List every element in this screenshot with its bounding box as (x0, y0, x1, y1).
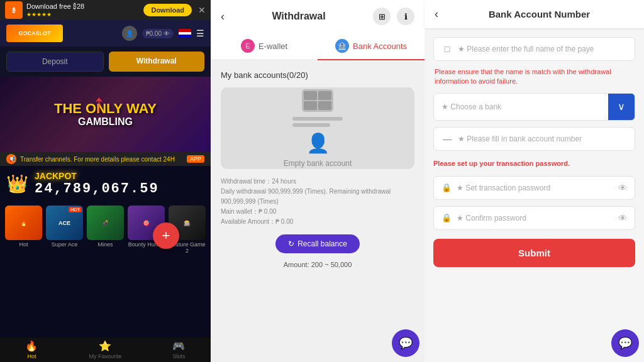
nav-hot[interactable]: 🔥 Hot (25, 340, 38, 359)
empty-bank-card: 👤 Empty bank account (221, 87, 414, 169)
card-line-1 (292, 117, 343, 121)
recall-balance-button[interactable]: ↻ Recall balance (275, 234, 360, 253)
set-password-field[interactable]: 🔒 ★ Set transaction password 👁 (433, 176, 635, 200)
download-stars: ★★★★★ (26, 11, 52, 18)
nav-favourite-icon: ⭐ (99, 340, 111, 352)
hero-arrow: ↑ (93, 89, 106, 118)
withdrawal-available: Available Amount：₱ 0.00 (221, 217, 414, 227)
download-banner: ₿ Download free ₿28 ★★★★★ Download ✕ (0, 0, 211, 20)
add-bank-fab[interactable]: + (153, 222, 179, 249)
ghost-card-icon: 👤 (306, 132, 330, 154)
info-icon[interactable]: ℹ (397, 8, 414, 25)
payee-icon: □ (441, 44, 453, 54)
withdrawal-panel: ‹ Withdrawal ⊞ ℹ E E-wallet 🏦 Bank Accou… (211, 0, 425, 362)
tab-bank-accounts[interactable]: 🏦 Bank Accounts (318, 33, 425, 60)
bank-account-panel: ‹ Bank Account Number □ ★ Please enter t… (425, 0, 644, 362)
withdrawal-back-arrow[interactable]: ‹ (221, 10, 225, 23)
game-item-superace[interactable]: ACE HOT Super Ace (46, 206, 83, 334)
game-thumb-superace: ACE HOT (46, 206, 83, 240)
card-lines (292, 117, 343, 127)
withdrawal-time: Withdrawal time：24 hours (221, 177, 414, 187)
nav-slots[interactable]: 🎮 Slots (172, 340, 185, 359)
game-label-mines: Mines (97, 241, 113, 248)
tab-ewallet[interactable]: E E-wallet (211, 33, 318, 59)
recall-icon: ↻ (288, 239, 294, 248)
ticker-bar: 📢 Transfer channels. For more details pl… (0, 152, 211, 166)
account-number-field[interactable]: — ★ Please fill in bank account number (433, 127, 635, 151)
flag-icon[interactable] (179, 29, 191, 38)
nav-favourite-label: My Favourite (89, 353, 121, 359)
download-button[interactable]: Download (143, 4, 192, 16)
withdrawal-button[interactable]: Withdrawal (109, 52, 205, 72)
confirm-password-placeholder: ★ Confirm password (457, 214, 613, 222)
casino-logo: GOCASLOT (6, 25, 63, 42)
logo-area: GOCASLOT (6, 25, 117, 42)
jackpot-number: 24,789,067.59 (35, 181, 159, 197)
amount-range: Amount: 200 ~ 50,000 (221, 261, 414, 268)
dropdown-chevron-icon[interactable]: ∨ (608, 94, 635, 120)
eye-icon[interactable]: 👁 (164, 30, 170, 37)
empty-bank-label: Empty bank account (284, 159, 352, 168)
choose-bank-dropdown[interactable]: ★ Choose a bank ∨ (433, 93, 635, 121)
card-line-2 (292, 123, 330, 127)
bank-account-form: □ ★ Please enter the full name of the pa… (425, 28, 644, 326)
confirm-password-field[interactable]: 🔒 ★ Confirm password 👁 (433, 206, 635, 230)
choose-bank-label: ★ Choose a bank (434, 95, 608, 119)
nav-hot-label: Hot (27, 353, 36, 359)
confirm-password-eye-icon[interactable]: 👁 (618, 213, 627, 223)
game-label-hot: Hot (19, 241, 28, 248)
tab-bank-label: Bank Accounts (353, 41, 407, 51)
withdrawal-tab-bar: E E-wallet 🏦 Bank Accounts (211, 33, 425, 60)
game-label-superace: Super Ace (52, 241, 78, 248)
qr-icon[interactable]: ⊞ (373, 8, 391, 25)
download-app-icon: ₿ (5, 1, 23, 19)
jackpot-icon: 👑 (6, 173, 28, 194)
bank-content: My bank accounts(0/20) 👤 Empty bank acco… (211, 60, 425, 324)
action-buttons: Deposit Withdrawal (0, 47, 211, 77)
close-icon[interactable]: ✕ (198, 5, 206, 15)
user-avatar-icon[interactable]: 👤 (122, 26, 137, 41)
chat-button-right[interactable]: 💬 (611, 329, 639, 357)
bank-count: My bank accounts(0/20) (221, 70, 414, 80)
ticker-icon: 📢 (6, 154, 16, 164)
nav-hot-icon: 🔥 (25, 340, 38, 352)
tab-ewallet-label: E-wallet (258, 41, 287, 51)
withdrawal-header-icons: ⊞ ℹ (373, 8, 414, 25)
withdrawal-title: Withdrawal (231, 11, 367, 22)
menu-icon[interactable]: ☰ (196, 28, 204, 38)
bank-dot: 🏦 (335, 39, 349, 53)
nav-slots-label: Slots (172, 353, 185, 359)
download-banner-text: Download free ₿28 ★★★★★ (26, 3, 140, 18)
set-password-placeholder: ★ Set transaction password (457, 184, 613, 192)
casino-app-panel: ₿ Download free ₿28 ★★★★★ Download ✕ GOC… (0, 0, 211, 362)
payee-placeholder: ★ Please enter the full name of the paye (458, 45, 627, 53)
deposit-button[interactable]: Deposit (6, 52, 104, 72)
chat-button-middle[interactable]: 💬 (392, 329, 419, 357)
header-icons: 👤 ₱0.00 👁 ☰ (122, 26, 204, 41)
game-item-hot[interactable]: 🔥 Hot (5, 206, 42, 334)
card-chip-icon (302, 89, 333, 112)
transaction-password-error: Please set up your transaction password. (433, 157, 635, 170)
nav-slots-icon: 🎮 (172, 340, 185, 352)
app-header: GOCASLOT 👤 ₱0.00 👁 ☰ (0, 20, 211, 47)
ticker-text: Transfer channels. For more details plea… (20, 156, 175, 163)
bank-account-title: Bank Account Number (445, 9, 634, 19)
submit-button[interactable]: Submit (433, 239, 635, 267)
withdrawal-daily: Daily withdrawal 900,999,999 (Times). Re… (221, 187, 414, 207)
nav-favourite[interactable]: ⭐ My Favourite (89, 340, 121, 359)
jackpot-section: 👑 JACKPOT 24,789,067.59 (0, 166, 211, 202)
bank-account-back-arrow[interactable]: ‹ (435, 8, 438, 21)
account-icon: — (441, 134, 453, 144)
payee-name-field[interactable]: □ ★ Please enter the full name of the pa… (433, 37, 635, 61)
game-item-mines[interactable]: 💣 Mines (87, 206, 124, 334)
withdrawal-info: Withdrawal time：24 hours Daily withdrawa… (221, 177, 414, 227)
ewallet-dot: E (241, 39, 255, 53)
hero-banner: ↑ THE ONLY WAY GAMBLING (0, 77, 211, 152)
lock-icon: 🔒 (441, 183, 452, 192)
recall-label: Recall balance (297, 239, 347, 248)
game-thumb-hot: 🔥 (5, 206, 42, 240)
bottom-nav: 🔥 Hot ⭐ My Favourite 🎮 Slots (0, 337, 211, 362)
balance-display: ₱0.00 👁 (142, 29, 174, 38)
withdrawal-header: ‹ Withdrawal ⊞ ℹ (211, 0, 425, 33)
set-password-eye-icon[interactable]: 👁 (618, 183, 627, 193)
